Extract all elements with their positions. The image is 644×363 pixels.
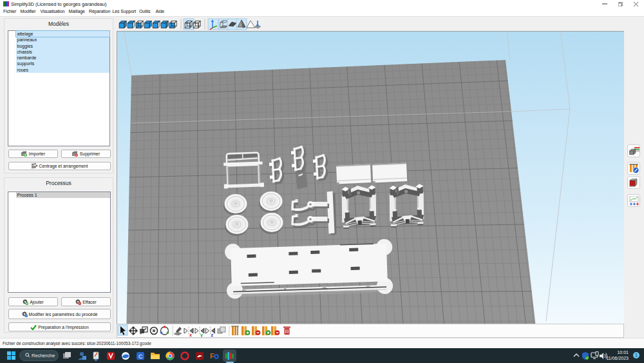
svg-text:F: F xyxy=(210,352,214,360)
svg-text:C: C xyxy=(138,353,143,360)
svg-text:y: y xyxy=(200,333,203,338)
svg-text:z: z xyxy=(211,333,214,337)
svg-text:x: x xyxy=(189,333,192,337)
